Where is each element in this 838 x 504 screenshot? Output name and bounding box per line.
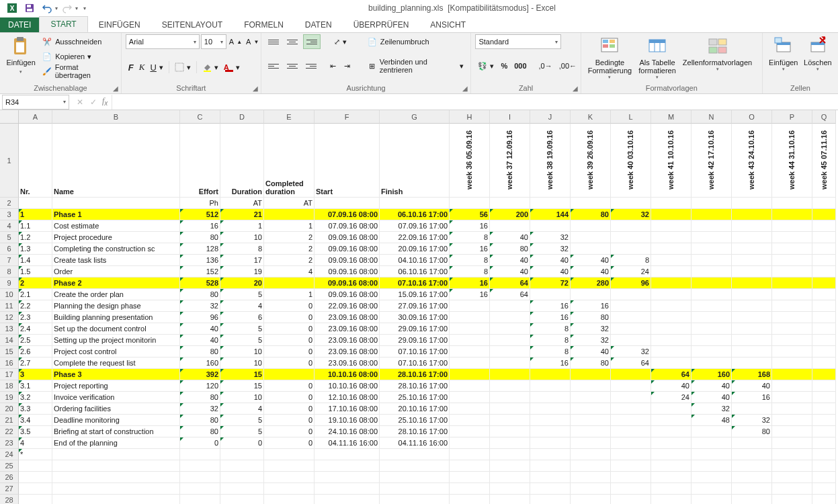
align-bottom-button[interactable] <box>303 34 321 49</box>
row-header[interactable]: 11 <box>0 300 19 312</box>
row-header[interactable]: 18 <box>0 380 19 392</box>
header-week[interactable]: week 36 05.09.16 <box>450 124 490 198</box>
format-painter-button[interactable]: 🖌️Format übertragen <box>39 64 117 79</box>
clipboard-launcher[interactable]: ◢ <box>112 84 120 92</box>
fill-color-button[interactable]: ▾ <box>200 60 221 75</box>
column-header[interactable]: H <box>450 110 490 124</box>
row-header[interactable]: 28 <box>0 495 19 504</box>
row-header[interactable]: 24 <box>0 449 19 460</box>
tab-formeln[interactable]: FORMELN <box>233 17 294 32</box>
row-header[interactable]: 15 <box>0 346 19 358</box>
row-header[interactable]: 26 <box>0 472 19 483</box>
merge-center-button[interactable]: ⊞Verbinden und zentrieren ▾ <box>364 58 467 73</box>
row-header[interactable]: 13 <box>0 323 19 335</box>
tab-daten[interactable]: DATEN <box>294 17 343 32</box>
row-header[interactable]: 2 <box>0 198 19 209</box>
row-header[interactable]: 17 <box>0 369 19 380</box>
row-header[interactable]: 7 <box>0 255 19 266</box>
row-header[interactable]: 6 <box>0 243 19 255</box>
row-header[interactable]: 8 <box>0 266 19 278</box>
align-middle-button[interactable] <box>284 34 300 49</box>
header-name[interactable]: Name <box>52 124 180 198</box>
header-nr[interactable]: Nr. <box>19 124 52 198</box>
thousands-format-button[interactable]: 000 <box>511 58 529 73</box>
align-right-button[interactable] <box>303 58 319 73</box>
decrease-font-button[interactable]: A▼ <box>245 34 260 49</box>
unit-duration[interactable]: AT <box>220 198 264 209</box>
row-header[interactable]: 19 <box>0 392 19 403</box>
select-all-corner[interactable] <box>0 110 19 124</box>
column-header[interactable]: L <box>611 110 651 124</box>
format-as-table-button[interactable]: Als Tabelle formatieren▾ <box>636 34 679 81</box>
row-header[interactable]: 21 <box>0 415 19 426</box>
redo-button[interactable] <box>59 1 75 15</box>
column-header[interactable]: B <box>52 110 180 124</box>
accounting-format-button[interactable]: 💱▾ <box>475 58 497 73</box>
insert-cells-button[interactable]: Einfügen▾ <box>767 34 800 73</box>
align-top-button[interactable] <box>265 34 282 49</box>
align-center-button[interactable] <box>284 58 300 73</box>
row-header[interactable]: 10 <box>0 289 19 300</box>
decrease-decimal-button[interactable]: ,00← <box>556 58 579 73</box>
header-week[interactable]: week 45 07.11.16 <box>812 124 836 198</box>
row-header[interactable]: 23 <box>0 437 19 449</box>
cut-button[interactable]: ✂️Ausschneiden <box>39 34 117 49</box>
underline-button[interactable]: U▾ <box>147 60 165 75</box>
align-left-button[interactable] <box>265 58 282 73</box>
header-completed[interactable]: Completed duration <box>264 124 315 198</box>
header-finish[interactable]: Finish <box>380 124 450 198</box>
increase-indent-button[interactable]: ⇥ <box>341 58 353 73</box>
percent-format-button[interactable]: % <box>498 58 510 73</box>
header-effort[interactable]: Effort <box>180 124 220 198</box>
header-week[interactable]: week 44 31.10.16 <box>772 124 812 198</box>
font-launcher[interactable]: ◢ <box>251 84 259 92</box>
number-launcher[interactable]: ◢ <box>571 84 579 92</box>
row-header[interactable]: 9 <box>0 278 19 289</box>
row-header[interactable]: 1 <box>0 124 19 198</box>
header-week[interactable]: week 43 24.10.16 <box>732 124 772 198</box>
tab-ueberpruefen[interactable]: ÜBERPRÜFEN <box>343 17 420 32</box>
unit-effort[interactable]: Ph <box>180 198 220 209</box>
fx-icon[interactable]: fx <box>102 96 112 107</box>
column-header[interactable]: O <box>732 110 772 124</box>
increase-decimal-button[interactable]: ,0→ <box>536 58 555 73</box>
font-size-select[interactable]: 10▾ <box>201 34 226 49</box>
header-week[interactable]: week 41 10.10.16 <box>651 124 692 198</box>
row-header[interactable]: 27 <box>0 483 19 495</box>
row-header[interactable]: 25 <box>0 460 19 472</box>
row-header[interactable]: 20 <box>0 403 19 415</box>
tab-ansicht[interactable]: ANSICHT <box>419 17 476 32</box>
bold-button[interactable]: F <box>126 60 136 75</box>
font-name-select[interactable]: Arial▾ <box>126 34 200 49</box>
tab-datei[interactable]: DATEI <box>0 17 39 32</box>
column-header[interactable]: G <box>380 110 450 124</box>
column-header[interactable]: N <box>692 110 732 124</box>
row-header[interactable]: 14 <box>0 335 19 346</box>
undo-dropdown[interactable]: ▾ <box>55 5 58 11</box>
borders-button[interactable]: ▾ <box>172 60 194 75</box>
orientation-button[interactable]: ⤢▾ <box>331 34 349 49</box>
column-header[interactable]: Q <box>812 110 836 124</box>
row-header[interactable]: 12 <box>0 312 19 323</box>
header-week[interactable]: week 42 17.10.16 <box>692 124 732 198</box>
font-color-button[interactable]: A▾ <box>221 60 243 75</box>
row-header[interactable]: 3 <box>0 209 19 220</box>
row-header[interactable]: 5 <box>0 232 19 243</box>
column-header[interactable]: P <box>772 110 812 124</box>
header-start[interactable]: Start <box>315 124 380 198</box>
redo-dropdown[interactable]: ▾ <box>75 5 78 11</box>
conditional-format-button[interactable]: Bedingte Formatierung▾ <box>585 34 634 81</box>
header-week[interactable]: week 40 03.10.16 <box>611 124 651 198</box>
unit-completed[interactable]: AT <box>264 198 315 209</box>
column-header[interactable]: K <box>571 110 611 124</box>
header-week[interactable]: week 39 26.09.16 <box>571 124 611 198</box>
wrap-text-button[interactable]: 📄Zeilenumbruch <box>364 34 467 49</box>
undo-button[interactable] <box>39 1 55 15</box>
cell-styles-button[interactable]: Zellenformatvorlagen▾ <box>680 34 755 73</box>
column-header[interactable]: D <box>220 110 264 124</box>
delete-cells-button[interactable]: Löschen▾ <box>802 34 834 73</box>
tab-seitenlayout[interactable]: SEITENLAYOUT <box>151 17 233 32</box>
header-week[interactable]: week 37 12.09.16 <box>490 124 530 198</box>
formula-input[interactable] <box>112 95 838 110</box>
column-header[interactable]: C <box>180 110 220 124</box>
